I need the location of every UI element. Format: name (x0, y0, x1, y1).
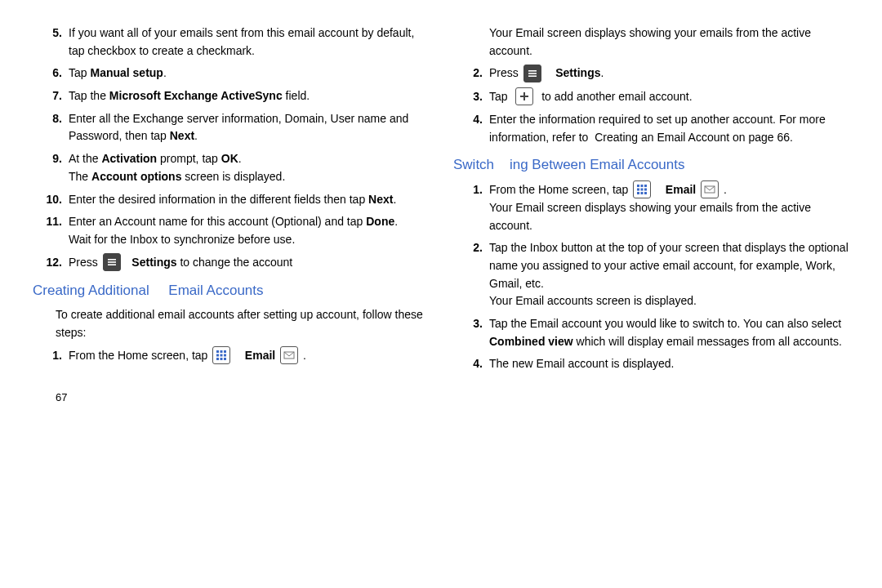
step-number: 9. (33, 150, 69, 185)
svg-rect-6 (216, 354, 219, 356)
step-text: Tap the Email account you would like to … (489, 315, 849, 350)
menu-icon (523, 65, 541, 82)
list-item: 3.Tap the Email account you would like t… (453, 315, 849, 350)
page-number: 67 (56, 390, 429, 406)
step-text: Tap the Inbox button at the top of your … (489, 239, 849, 310)
apps-grid-icon (212, 346, 230, 364)
list-item: 8.Enter all the Exchange server informat… (33, 110, 429, 145)
step-number: 11. (33, 213, 69, 248)
step-text: If you want all of your emails sent from… (69, 24, 429, 60)
svg-rect-19 (641, 185, 644, 187)
step-text: Press Settings to change the account (69, 254, 429, 272)
svg-rect-26 (644, 192, 647, 194)
list-item: 9.At the Activation prompt, tap OK.The A… (33, 150, 429, 185)
right-intro-continuation: Your Email screen displays showing your … (489, 24, 849, 60)
svg-rect-25 (641, 192, 644, 194)
step-number: 10. (33, 191, 69, 209)
left-main-steps: 5.If you want all of your emails sent fr… (33, 24, 429, 272)
step-number: 1. (33, 347, 69, 365)
right-column: Your Email screen displays showing your … (453, 24, 849, 547)
svg-rect-9 (216, 358, 219, 360)
apps-grid-icon (633, 180, 651, 198)
step-number: 3. (453, 88, 489, 106)
step-text: At the Activation prompt, tap OK.The Acc… (69, 150, 429, 185)
svg-rect-24 (637, 192, 639, 194)
list-item: 7.Tap the Microsoft Exchange ActiveSync … (33, 87, 429, 105)
svg-rect-2 (108, 264, 116, 265)
heading-switching: Switch ing Between Email Accounts (453, 154, 849, 176)
step-text: Tap Manual setup. (69, 65, 429, 82)
list-item: 5.If you want all of your emails sent fr… (33, 24, 429, 60)
step-text: Enter all the Exchange server informatio… (69, 110, 429, 145)
manual-page: 5.If you want all of your emails sent fr… (0, 0, 882, 555)
svg-rect-20 (644, 185, 647, 187)
svg-rect-5 (224, 350, 226, 353)
step-text: Enter the desired information in the dif… (69, 191, 429, 209)
step-text: Press Settings. (489, 65, 849, 82)
svg-rect-18 (637, 185, 639, 187)
step-text: From the Home screen, tap Email .Your Em… (489, 181, 849, 235)
list-item: 12.Press Settings to change the account (33, 254, 429, 272)
list-item: 4.Enter the information required to set … (453, 111, 849, 146)
step-number: 1. (453, 181, 489, 235)
step-number: 2. (453, 239, 489, 310)
svg-rect-11 (224, 358, 226, 360)
list-item: 2.Press Settings. (453, 65, 849, 82)
list-item: 1.From the Home screen, tap Email . (33, 347, 429, 365)
right-steps-switch: 1.From the Home screen, tap Email .Your … (453, 181, 849, 373)
svg-rect-1 (108, 261, 116, 263)
right-steps-create: 2.Press Settings.3.Tap to add another em… (453, 65, 849, 146)
menu-icon (103, 253, 121, 271)
email-icon (701, 180, 719, 198)
svg-rect-3 (216, 350, 219, 353)
step-number: 4. (453, 355, 489, 373)
heading-creating-additional: Creating Additional Email Accounts (33, 280, 429, 301)
step-text: Enter an Account name for this account (… (69, 213, 429, 248)
step-text: Tap to add another email account. (489, 88, 849, 106)
left-sub-steps: 1.From the Home screen, tap Email . (33, 347, 429, 365)
svg-rect-17 (520, 96, 528, 97)
plus-icon (515, 87, 533, 105)
step-number: 2. (453, 65, 489, 82)
svg-rect-0 (108, 259, 116, 261)
step-number: 6. (33, 65, 69, 82)
step-number: 12. (33, 254, 69, 272)
step-number: 5. (33, 24, 69, 60)
step-number: 3. (453, 315, 489, 350)
email-icon (280, 346, 298, 364)
list-item: 1.From the Home screen, tap Email .Your … (453, 181, 849, 235)
step-text: Enter the information required to set up… (489, 111, 849, 146)
svg-rect-21 (637, 188, 639, 190)
step-number: 8. (33, 110, 69, 145)
step-text: Tap the Microsoft Exchange ActiveSync fi… (69, 87, 429, 105)
step-number: 4. (453, 111, 489, 146)
svg-rect-4 (220, 350, 223, 353)
list-item: 4.The new Email account is displayed. (453, 355, 849, 373)
svg-rect-13 (528, 70, 537, 72)
list-item: 10.Enter the desired information in the … (33, 191, 429, 209)
left-column: 5.If you want all of your emails sent fr… (33, 24, 429, 547)
step-text: From the Home screen, tap Email . (69, 347, 429, 365)
svg-rect-15 (528, 75, 537, 77)
intro-text: To create additional email accounts afte… (56, 306, 429, 341)
svg-rect-14 (528, 73, 537, 74)
step-text: The new Email account is displayed. (489, 355, 849, 373)
list-item: 6.Tap Manual setup. (33, 65, 429, 82)
svg-rect-8 (224, 354, 226, 356)
svg-rect-10 (220, 358, 223, 360)
list-item: 2.Tap the Inbox button at the top of you… (453, 239, 849, 310)
list-item: 11.Enter an Account name for this accoun… (33, 213, 429, 248)
step-number: 7. (33, 87, 69, 105)
svg-rect-22 (641, 188, 644, 190)
list-item: 3.Tap to add another email account. (453, 88, 849, 106)
svg-rect-7 (220, 354, 223, 356)
svg-rect-23 (644, 188, 647, 190)
